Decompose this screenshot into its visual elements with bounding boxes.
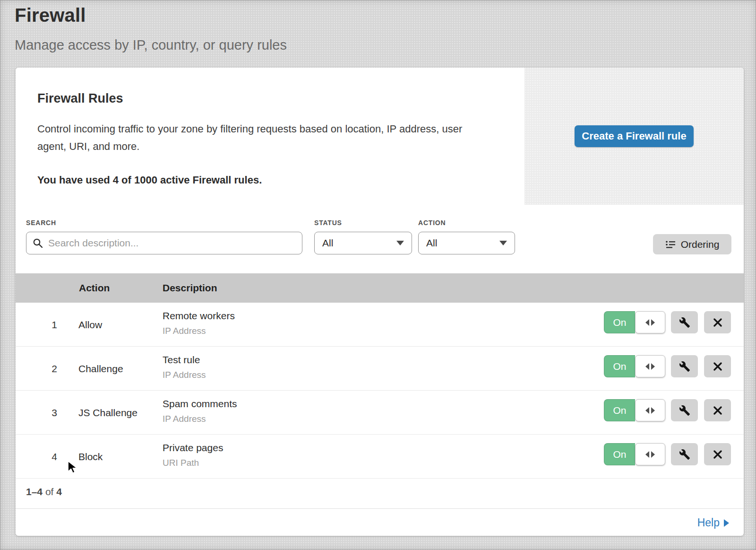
rule-description: Spam comments bbox=[163, 398, 237, 410]
edit-rule-button[interactable] bbox=[671, 311, 698, 333]
pagination-separator: of bbox=[45, 486, 54, 497]
chevron-down-icon bbox=[396, 241, 404, 245]
search-input[interactable] bbox=[26, 232, 302, 254]
toggle-on-segment: On bbox=[604, 355, 635, 377]
rule-match-type: URI Path bbox=[163, 458, 223, 468]
usage-note: You have used 4 of 1000 active Firewall … bbox=[37, 174, 500, 186]
delete-rule-button[interactable] bbox=[704, 311, 731, 333]
toggle-on-segment: On bbox=[604, 443, 635, 465]
footer-divider bbox=[16, 508, 744, 509]
rule-description: Private pages bbox=[163, 442, 223, 454]
delete-rule-button[interactable] bbox=[704, 443, 731, 465]
filter-bar: SEARCH STATUS All ACTION All Ordering bbox=[16, 205, 744, 273]
action-selected-value: All bbox=[426, 237, 437, 249]
left-right-arrows-icon bbox=[635, 399, 665, 421]
rule-enabled-toggle[interactable]: On bbox=[604, 311, 665, 333]
toggle-on-segment: On bbox=[604, 311, 635, 333]
table-row: 3 JS Challenge Spam comments IP Address … bbox=[16, 391, 744, 435]
rule-action: Challenge bbox=[78, 347, 123, 391]
edit-rule-button[interactable] bbox=[671, 399, 698, 421]
rules-table-body: 1 Allow Remote workers IP Address On 2 C… bbox=[16, 303, 744, 479]
firewall-rules-card: Create a Firewall rule Firewall Rules Co… bbox=[16, 68, 744, 536]
page-subtitle: Manage access by IP, country, or query r… bbox=[15, 37, 287, 53]
rule-priority: 4 bbox=[44, 435, 65, 479]
page-header: Firewall Manage access by IP, country, o… bbox=[15, 5, 287, 53]
left-right-arrows-icon bbox=[635, 355, 665, 377]
rule-action: Block bbox=[78, 435, 103, 479]
help-label: Help bbox=[697, 516, 720, 529]
pagination-range: 1–4 bbox=[26, 486, 43, 497]
rule-enabled-toggle[interactable]: On bbox=[604, 355, 665, 377]
rule-priority: 1 bbox=[44, 303, 65, 347]
rule-description-cell: Remote workers IP Address bbox=[163, 310, 235, 336]
x-icon bbox=[713, 317, 723, 328]
wrench-icon bbox=[679, 405, 690, 416]
toggle-on-segment: On bbox=[604, 399, 635, 421]
rule-description-cell: Private pages URI Path bbox=[163, 442, 223, 468]
rule-description-cell: Spam comments IP Address bbox=[163, 398, 237, 424]
table-row: 2 Challenge Test rule IP Address On bbox=[16, 347, 744, 391]
page-background: { "page": { "title": "Firewall", "subtit… bbox=[0, 0, 756, 550]
status-select[interactable]: All bbox=[314, 232, 412, 254]
delete-rule-button[interactable] bbox=[704, 355, 731, 377]
table-row: 4 Block Private pages URI Path On bbox=[16, 435, 744, 479]
status-selected-value: All bbox=[322, 237, 333, 249]
rule-match-type: IP Address bbox=[163, 370, 206, 380]
pagination-summary: 1–4 of 4 bbox=[26, 486, 62, 498]
page-title: Firewall bbox=[15, 5, 287, 26]
ordered-list-icon bbox=[665, 240, 676, 249]
rule-match-type: IP Address bbox=[163, 414, 237, 424]
table-header: Action Description bbox=[16, 273, 744, 303]
left-right-arrows-icon bbox=[635, 443, 665, 465]
x-icon bbox=[713, 405, 723, 416]
arrow-right-icon bbox=[724, 519, 729, 527]
search-label: SEARCH bbox=[26, 219, 56, 227]
delete-rule-button[interactable] bbox=[704, 399, 731, 421]
edit-rule-button[interactable] bbox=[671, 355, 698, 377]
rule-description: Test rule bbox=[163, 354, 206, 366]
table-row: 1 Allow Remote workers IP Address On bbox=[16, 303, 744, 347]
rule-enabled-toggle[interactable]: On bbox=[604, 399, 665, 421]
create-rule-panel: Create a Firewall rule bbox=[524, 68, 744, 205]
magnifier-icon bbox=[33, 238, 43, 248]
wrench-icon bbox=[679, 317, 690, 328]
rule-description: Remote workers bbox=[163, 310, 235, 322]
action-select[interactable]: All bbox=[418, 232, 515, 254]
chevron-down-icon bbox=[499, 241, 507, 245]
rule-priority: 3 bbox=[44, 391, 65, 435]
column-header-action: Action bbox=[79, 273, 110, 303]
x-icon bbox=[713, 361, 723, 372]
help-link[interactable]: Help bbox=[697, 516, 729, 529]
create-firewall-rule-button[interactable]: Create a Firewall rule bbox=[575, 125, 694, 147]
section-description: Control incoming traffic to your zone by… bbox=[37, 120, 486, 155]
section-heading: Firewall Rules bbox=[37, 91, 500, 106]
ordering-button[interactable]: Ordering bbox=[653, 234, 731, 254]
rule-priority: 2 bbox=[44, 347, 65, 391]
rule-enabled-toggle[interactable]: On bbox=[604, 443, 665, 465]
left-right-arrows-icon bbox=[635, 311, 665, 333]
ordering-label: Ordering bbox=[681, 239, 720, 250]
action-label: ACTION bbox=[418, 219, 446, 227]
column-header-description: Description bbox=[163, 273, 217, 303]
rule-match-type: IP Address bbox=[163, 326, 235, 336]
pagination-total: 4 bbox=[56, 486, 62, 497]
edit-rule-button[interactable] bbox=[671, 443, 698, 465]
overview-section: Firewall Rules Control incoming traffic … bbox=[37, 91, 500, 186]
rule-action: JS Challenge bbox=[78, 391, 137, 435]
x-icon bbox=[713, 449, 723, 460]
status-label: STATUS bbox=[314, 219, 342, 227]
wrench-icon bbox=[679, 361, 690, 372]
rule-description-cell: Test rule IP Address bbox=[163, 354, 206, 380]
rule-action: Allow bbox=[78, 303, 102, 347]
wrench-icon bbox=[679, 449, 690, 460]
